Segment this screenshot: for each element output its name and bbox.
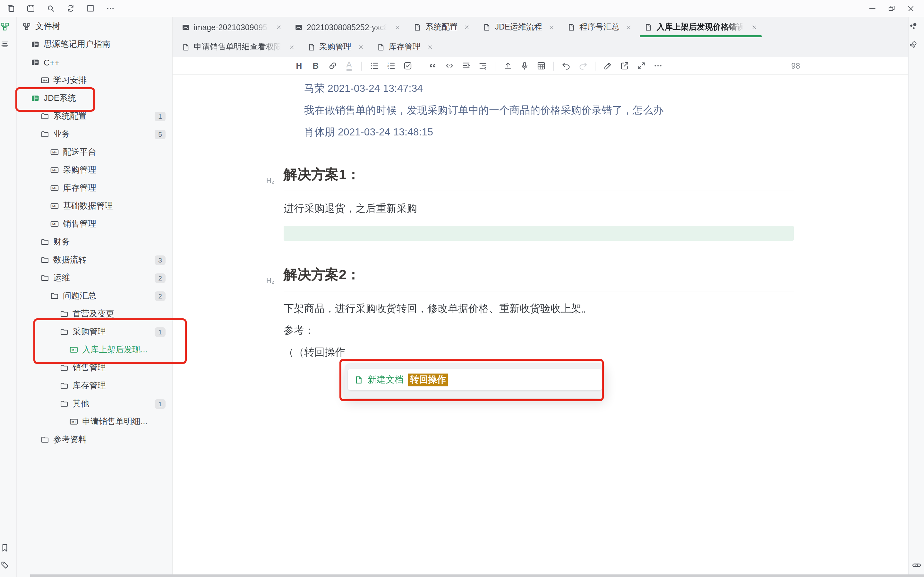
tab-20210308085252-yxc8[interactable]: 20210308085252-yxc8 [288,17,407,37]
tree-item-14[interactable]: 问题汇总2 [17,287,172,305]
unordered-list-button[interactable] [366,58,382,74]
outdent-button[interactable] [457,58,474,74]
tab-采购管理[interactable]: 采购管理 [301,37,370,57]
folder-icon [40,273,50,282]
window-controls [868,4,924,13]
undo-button[interactable] [558,58,574,74]
tab-label: 系统配置 [425,22,457,33]
tab-image-2021030909502[interactable]: image-2021030909502 [175,17,288,37]
tab-程序号汇总[interactable]: 程序号汇总 [561,17,638,37]
tree-item-20[interactable]: 其他1 [17,395,172,413]
tree-item-12[interactable]: 数据流转3 [17,251,172,269]
tree-item-4[interactable]: 系统配置1 [17,107,172,125]
indent-button[interactable] [474,58,491,74]
tab-close-icon[interactable] [626,24,632,30]
close-button[interactable] [907,4,915,13]
document-file-icon [567,23,576,31]
tree-item-6[interactable]: M+配送平台 [17,143,172,161]
more-icon[interactable] [106,4,115,13]
sync-icon[interactable] [66,4,75,13]
record-audio-button[interactable] [516,58,533,74]
tree-item-22[interactable]: 参考资料 [17,431,172,449]
tree-item-2[interactable]: M+学习安排 [17,71,172,89]
tab-close-icon[interactable] [394,24,401,30]
tab-row-2: 申请销售单明细查看权限采购管理库存管理 [172,37,908,57]
folder-icon [40,255,50,264]
tree-item-5[interactable]: 业务5 [17,125,172,143]
popup-highlighted-text: 转回操作 [408,373,448,386]
tree-item-label: 基础数据管理 [63,200,172,212]
tree-item-7[interactable]: M+采购管理 [17,161,172,179]
paragraph[interactable]: 马荣 2021-03-24 13:47:34 [283,80,794,97]
bookmark-dock-icon[interactable] [0,543,10,553]
graph-dock-icon[interactable] [909,22,918,31]
tree-item-11[interactable]: 财务 [17,233,172,251]
tab-row-1: image-202103090950220210308085252-yxc8系统… [172,17,908,37]
tree-item-3[interactable]: JDE系统 [17,89,172,107]
more-button[interactable] [649,58,666,74]
paragraph[interactable]: 进行采购退货，之后重新采购 [283,200,794,217]
minimize-button[interactable] [868,4,877,13]
workspace-icon[interactable] [6,4,15,13]
bold-button[interactable]: B [307,58,324,74]
tree-item-13[interactable]: 运维2 [17,269,172,287]
tab-系统配置[interactable]: 系统配置 [407,17,476,37]
upload-button[interactable] [499,58,516,74]
tab-申请销售单明细查看权限[interactable]: 申请销售单明细查看权限 [175,37,301,57]
open-window-button[interactable] [616,58,633,74]
tab-close-icon[interactable] [464,24,470,30]
daily-note-icon[interactable] [26,4,35,13]
tab-库存管理[interactable]: 库存管理 [370,37,439,57]
tab-label: 入库上架后发现价格错误 [657,22,745,33]
tree-item-label: 其他 [72,398,155,409]
dock-panel-icon[interactable] [86,4,95,13]
tree-item-1[interactable]: C++ [17,53,172,71]
tree-item-16[interactable]: 采购管理1 [17,323,172,341]
tab-close-icon[interactable] [358,44,364,50]
redo-button [574,58,591,74]
paragraph[interactable]: 参考： [283,322,794,339]
tree-item-8[interactable]: M+库存管理 [17,179,172,197]
table-button[interactable] [533,58,549,74]
task-list-button[interactable] [399,58,416,74]
tree-item-0[interactable]: 思源笔记用户指南 [17,35,172,53]
backlinks-dock-icon[interactable] [911,560,921,570]
file-tree-dock-icon[interactable] [0,22,10,31]
paragraph[interactable]: 肖体朋 2021-03-24 13:48:15 [283,124,794,140]
fullscreen-button[interactable] [633,58,649,74]
quote-button[interactable] [424,58,441,74]
tab-close-icon[interactable] [549,24,554,30]
paragraph[interactable]: （（转回操作 [283,344,794,361]
tab-JDE运维流程[interactable]: JDE运维流程 [476,17,560,37]
inline-code-button[interactable] [441,58,457,74]
tree-item-18[interactable]: 销售管理 [17,359,172,377]
tree-item-count-badge: 2 [155,273,166,283]
outline-dock-icon[interactable] [0,40,10,50]
tree-item-15[interactable]: 首营及变更 [17,305,172,323]
tree-item-selected[interactable]: M+入库上架后发现... [17,341,172,359]
tag-dock-icon[interactable] [0,560,10,570]
tab-入库上架后发现价格错误[interactable]: 入库上架后发现价格错误 [638,17,764,37]
selected-empty-block[interactable] [283,226,794,241]
tree-item-9[interactable]: M+基础数据管理 [17,197,172,215]
svg-text:M+: M+ [72,348,76,352]
tree-item-10[interactable]: M+销售管理 [17,215,172,233]
ordered-list-button[interactable]: 123 [382,58,399,74]
tab-close-icon[interactable] [288,44,294,50]
paragraph[interactable]: 下架商品，进行采购收货转回，修改单据价格、重新收货验收上架。 [283,300,794,317]
search-icon[interactable] [46,4,55,13]
tab-close-icon[interactable] [276,24,282,30]
edit-mode-button[interactable] [599,58,616,74]
tree-item-19[interactable]: 库存管理 [17,377,172,395]
section-heading[interactable]: H₂解决方案2： [283,264,794,292]
section-heading[interactable]: H₂解决方案1： [283,164,794,191]
heading-button[interactable]: H [291,58,307,74]
tab-close-icon[interactable] [427,44,433,50]
paragraph[interactable]: 我在做销售单的时候，发现采购订单中的一个商品的价格采购价录错了，怎么办 [283,102,794,119]
global-graph-dock-icon[interactable] [909,40,918,50]
popup-item-new-doc[interactable]: 新建文档 转回操作 [348,369,602,390]
restore-button[interactable] [887,4,896,13]
link-button[interactable] [324,58,341,74]
tab-close-icon[interactable] [752,24,757,30]
tree-item-21[interactable]: M+申请销售单明细... [17,413,172,431]
